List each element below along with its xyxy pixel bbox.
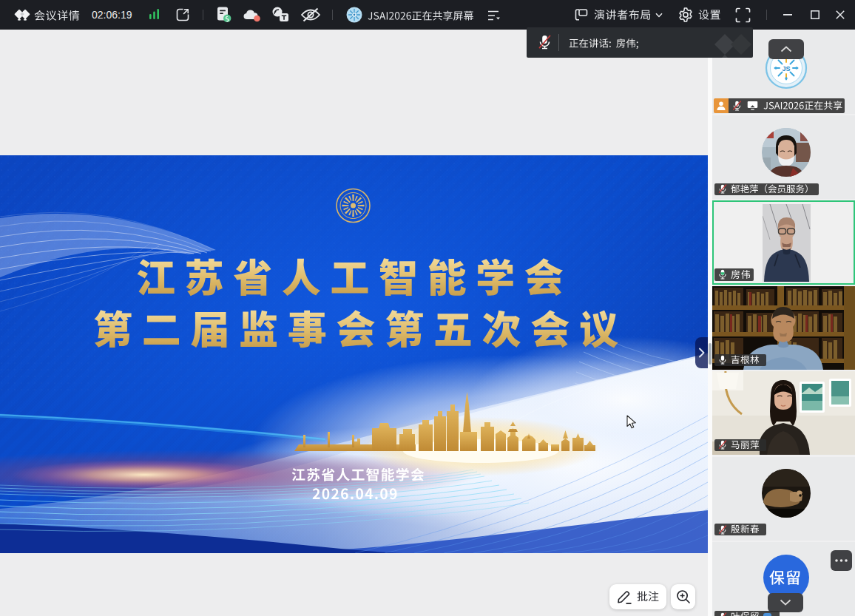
svg-text:JS: JS <box>782 65 790 72</box>
